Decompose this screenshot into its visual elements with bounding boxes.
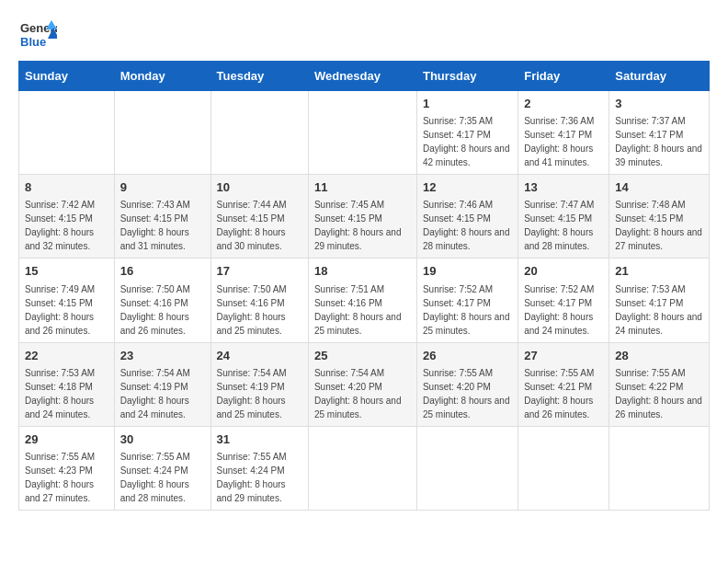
day-info: Sunrise: 7:48 AMSunset: 4:15 PMDaylight:… <box>615 200 702 251</box>
day-number: 22 <box>25 348 108 364</box>
calendar-cell: 18 Sunrise: 7:51 AMSunset: 4:16 PMDaylig… <box>308 259 416 342</box>
calendar-week-row: 1 Sunrise: 7:35 AMSunset: 4:17 PMDayligh… <box>19 91 710 175</box>
day-number: 27 <box>524 348 603 364</box>
calendar-cell: 16 Sunrise: 7:50 AMSunset: 4:16 PMDaylig… <box>114 259 210 342</box>
day-number: 17 <box>217 263 302 280</box>
day-info: Sunrise: 7:36 AMSunset: 4:17 PMDaylight:… <box>524 116 594 167</box>
day-number: 1 <box>423 96 512 112</box>
day-number: 14 <box>615 179 703 196</box>
day-number: 29 <box>25 431 108 448</box>
column-header-friday: Friday <box>518 62 609 91</box>
day-number: 15 <box>25 263 108 280</box>
calendar-cell: 1 Sunrise: 7:35 AMSunset: 4:17 PMDayligh… <box>416 91 518 175</box>
calendar-cell: 20 Sunrise: 7:52 AMSunset: 4:17 PMDaylig… <box>518 259 609 342</box>
day-number: 11 <box>314 179 411 196</box>
calendar-cell: 17 Sunrise: 7:50 AMSunset: 4:16 PMDaylig… <box>210 259 308 342</box>
svg-text:Blue: Blue <box>20 35 46 49</box>
day-number: 16 <box>120 263 205 280</box>
column-header-wednesday: Wednesday <box>308 62 416 91</box>
day-number: 31 <box>217 431 302 448</box>
day-info: Sunrise: 7:54 AMSunset: 4:20 PMDaylight:… <box>314 368 402 419</box>
day-info: Sunrise: 7:35 AMSunset: 4:17 PMDaylight:… <box>423 116 510 167</box>
calendar-week-row: 15 Sunrise: 7:49 AMSunset: 4:15 PMDaylig… <box>19 259 710 342</box>
day-info: Sunrise: 7:49 AMSunset: 4:15 PMDaylight:… <box>25 284 95 336</box>
calendar-cell: 14 Sunrise: 7:48 AMSunset: 4:15 PMDaylig… <box>609 175 710 259</box>
calendar-cell: 21 Sunrise: 7:53 AMSunset: 4:17 PMDaylig… <box>609 259 710 342</box>
column-header-monday: Monday <box>114 62 210 91</box>
calendar-cell: 27 Sunrise: 7:55 AMSunset: 4:21 PMDaylig… <box>518 342 609 426</box>
calendar-cell: 9 Sunrise: 7:43 AMSunset: 4:15 PMDayligh… <box>114 175 210 259</box>
day-number: 21 <box>615 263 703 280</box>
calendar-cell: 15 Sunrise: 7:49 AMSunset: 4:15 PMDaylig… <box>19 259 115 342</box>
day-info: Sunrise: 7:52 AMSunset: 4:17 PMDaylight:… <box>524 284 594 336</box>
day-number: 26 <box>423 348 512 364</box>
calendar-cell: 8 Sunrise: 7:42 AMSunset: 4:15 PMDayligh… <box>19 175 115 259</box>
day-number: 23 <box>120 348 205 364</box>
day-number: 25 <box>314 348 411 364</box>
day-info: Sunrise: 7:55 AMSunset: 4:24 PMDaylight:… <box>217 452 287 503</box>
day-info: Sunrise: 7:43 AMSunset: 4:15 PMDaylight:… <box>120 200 190 251</box>
day-info: Sunrise: 7:50 AMSunset: 4:16 PMDaylight:… <box>217 284 287 336</box>
calendar-cell: 29 Sunrise: 7:55 AMSunset: 4:23 PMDaylig… <box>19 426 115 510</box>
calendar-cell: 2 Sunrise: 7:36 AMSunset: 4:17 PMDayligh… <box>518 91 609 175</box>
calendar-cell: 24 Sunrise: 7:54 AMSunset: 4:19 PMDaylig… <box>210 342 308 426</box>
calendar-cell <box>308 91 416 175</box>
calendar-cell <box>609 426 710 510</box>
calendar-cell: 22 Sunrise: 7:53 AMSunset: 4:18 PMDaylig… <box>19 342 115 426</box>
day-info: Sunrise: 7:47 AMSunset: 4:15 PMDaylight:… <box>524 200 594 251</box>
day-info: Sunrise: 7:46 AMSunset: 4:15 PMDaylight:… <box>423 200 510 251</box>
calendar-cell <box>210 91 308 175</box>
day-info: Sunrise: 7:52 AMSunset: 4:17 PMDaylight:… <box>423 284 510 336</box>
calendar-cell: 31 Sunrise: 7:55 AMSunset: 4:24 PMDaylig… <box>210 426 308 510</box>
column-header-sunday: Sunday <box>19 62 115 91</box>
logo: General Blue <box>18 18 57 52</box>
calendar-cell: 19 Sunrise: 7:52 AMSunset: 4:17 PMDaylig… <box>416 259 518 342</box>
calendar-cell <box>416 426 518 510</box>
calendar-cell: 12 Sunrise: 7:46 AMSunset: 4:15 PMDaylig… <box>416 175 518 259</box>
calendar-cell <box>308 426 416 510</box>
calendar-week-row: 29 Sunrise: 7:55 AMSunset: 4:23 PMDaylig… <box>19 426 710 510</box>
day-number: 10 <box>217 179 302 196</box>
column-header-saturday: Saturday <box>609 62 710 91</box>
day-info: Sunrise: 7:42 AMSunset: 4:15 PMDaylight:… <box>25 200 95 251</box>
day-number: 9 <box>120 179 205 196</box>
day-info: Sunrise: 7:55 AMSunset: 4:21 PMDaylight:… <box>524 368 594 419</box>
calendar-table: SundayMondayTuesdayWednesdayThursdayFrid… <box>18 61 710 511</box>
day-info: Sunrise: 7:50 AMSunset: 4:16 PMDaylight:… <box>120 284 190 336</box>
day-info: Sunrise: 7:54 AMSunset: 4:19 PMDaylight:… <box>217 368 287 419</box>
day-number: 3 <box>615 96 703 112</box>
day-number: 19 <box>423 263 512 280</box>
column-header-thursday: Thursday <box>416 62 518 91</box>
calendar-cell: 23 Sunrise: 7:54 AMSunset: 4:19 PMDaylig… <box>114 342 210 426</box>
calendar-cell <box>19 91 115 175</box>
calendar-cell: 3 Sunrise: 7:37 AMSunset: 4:17 PMDayligh… <box>609 91 710 175</box>
calendar-cell <box>114 91 210 175</box>
calendar-cell: 10 Sunrise: 7:44 AMSunset: 4:15 PMDaylig… <box>210 175 308 259</box>
calendar-cell: 30 Sunrise: 7:55 AMSunset: 4:24 PMDaylig… <box>114 426 210 510</box>
column-header-tuesday: Tuesday <box>210 62 308 91</box>
day-info: Sunrise: 7:55 AMSunset: 4:20 PMDaylight:… <box>423 368 510 419</box>
calendar-cell: 13 Sunrise: 7:47 AMSunset: 4:15 PMDaylig… <box>518 175 609 259</box>
day-info: Sunrise: 7:37 AMSunset: 4:17 PMDaylight:… <box>615 116 702 167</box>
calendar-cell: 28 Sunrise: 7:55 AMSunset: 4:22 PMDaylig… <box>609 342 710 426</box>
day-number: 12 <box>423 179 512 196</box>
day-info: Sunrise: 7:55 AMSunset: 4:22 PMDaylight:… <box>615 368 702 419</box>
logo-svg: General Blue <box>18 18 57 52</box>
calendar-cell: 25 Sunrise: 7:54 AMSunset: 4:20 PMDaylig… <box>308 342 416 426</box>
day-number: 28 <box>615 348 703 364</box>
calendar-cell: 26 Sunrise: 7:55 AMSunset: 4:20 PMDaylig… <box>416 342 518 426</box>
day-info: Sunrise: 7:53 AMSunset: 4:17 PMDaylight:… <box>615 284 702 336</box>
day-number: 18 <box>314 263 411 280</box>
calendar-week-row: 8 Sunrise: 7:42 AMSunset: 4:15 PMDayligh… <box>19 175 710 259</box>
calendar-header-row: SundayMondayTuesdayWednesdayThursdayFrid… <box>19 62 710 91</box>
page-header: General Blue <box>18 18 710 52</box>
day-info: Sunrise: 7:53 AMSunset: 4:18 PMDaylight:… <box>25 368 95 419</box>
day-number: 30 <box>120 431 205 448</box>
day-number: 24 <box>217 348 302 364</box>
calendar-week-row: 22 Sunrise: 7:53 AMSunset: 4:18 PMDaylig… <box>19 342 710 426</box>
day-info: Sunrise: 7:55 AMSunset: 4:24 PMDaylight:… <box>120 452 190 503</box>
day-info: Sunrise: 7:51 AMSunset: 4:16 PMDaylight:… <box>314 284 402 336</box>
calendar-cell <box>518 426 609 510</box>
calendar-cell: 11 Sunrise: 7:45 AMSunset: 4:15 PMDaylig… <box>308 175 416 259</box>
day-number: 8 <box>25 179 108 196</box>
